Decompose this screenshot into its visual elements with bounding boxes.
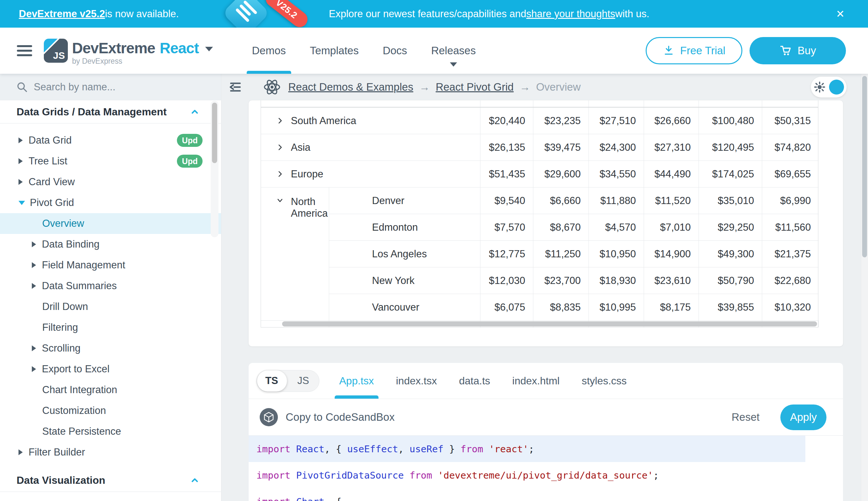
chevron-down-icon[interactable] xyxy=(205,47,213,51)
sidebar-item-data-summaries[interactable]: Data Summaries xyxy=(0,276,221,296)
pivot-cell[interactable]: $51,435 xyxy=(481,161,533,188)
apply-button[interactable]: Apply xyxy=(780,405,826,430)
pivot-cell[interactable]: $44,490 xyxy=(644,161,699,188)
row-header-north-america[interactable]: North America xyxy=(261,188,329,321)
pivot-cell[interactable]: $100,480 xyxy=(699,108,762,134)
pivot-cell[interactable]: $20,440 xyxy=(481,108,533,134)
pivot-cell[interactable]: $7,570 xyxy=(481,214,533,241)
row-header-new-york[interactable]: New York xyxy=(329,267,481,294)
horizontal-scrollbar[interactable] xyxy=(282,321,817,327)
row-header-vancouver[interactable]: Vancouver xyxy=(329,294,481,321)
pivot-cell[interactable]: $8,175 xyxy=(644,294,699,321)
tab-index-html[interactable]: index.html xyxy=(512,363,560,399)
pivot-cell[interactable]: $10,995 xyxy=(589,294,644,321)
tab-styles-css[interactable]: styles.css xyxy=(582,363,627,399)
share-thoughts-link[interactable]: share your thoughts xyxy=(526,8,615,20)
language-option-ts[interactable]: TS xyxy=(257,370,287,392)
pivot-cell[interactable]: $39,855 xyxy=(699,294,762,321)
sidebar-item-customization[interactable]: Customization xyxy=(0,400,221,421)
nav-docs[interactable]: Docs xyxy=(383,28,407,74)
pivot-cell[interactable]: $29,600 xyxy=(533,161,589,188)
sidebar-item-drill-down[interactable]: Drill Down xyxy=(0,296,221,317)
pivot-cell[interactable]: $23,610 xyxy=(644,267,699,294)
pivot-cell[interactable]: $27,310 xyxy=(644,134,699,161)
reset-button[interactable]: Reset xyxy=(732,411,760,423)
pivot-cell[interactable]: $8,670 xyxy=(533,214,589,241)
theme-toggle[interactable] xyxy=(811,77,847,97)
pivot-cell[interactable]: $26,660 xyxy=(644,108,699,134)
pivot-cell[interactable]: $6,075 xyxy=(481,294,533,321)
pivot-cell[interactable]: $39,475 xyxy=(533,134,589,161)
buy-button[interactable]: Buy xyxy=(749,37,846,64)
pivot-cell[interactable]: $49,300 xyxy=(699,241,762,267)
pivot-cell[interactable]: $21,375 xyxy=(762,241,818,267)
row-header-asia[interactable]: Asia xyxy=(261,134,481,161)
section-data-visualization[interactable]: Data Visualization xyxy=(0,469,221,492)
tab-index-tsx[interactable]: index.tsx xyxy=(396,363,437,399)
pivot-cell[interactable]: $50,790 xyxy=(699,267,762,294)
sidebar-item-export-to-excel[interactable]: Export to Excel xyxy=(0,359,221,380)
pivot-cell[interactable]: $27,510 xyxy=(589,108,644,134)
search-input[interactable] xyxy=(34,81,189,93)
sidebar-item-state-persistence[interactable]: State Persistence xyxy=(0,421,221,442)
pivot-cell[interactable]: $23,235 xyxy=(533,108,589,134)
hamburger-menu-icon[interactable] xyxy=(17,43,32,59)
row-header-edmonton[interactable]: Edmonton xyxy=(329,214,481,241)
tab-data-ts[interactable]: data.ts xyxy=(459,363,490,399)
pivot-cell[interactable]: $34,550 xyxy=(589,161,644,188)
breadcrumb-link-pivot-grid[interactable]: React Pivot Grid xyxy=(436,81,514,93)
pivot-cell[interactable]: $9,540 xyxy=(481,188,533,214)
pivot-cell[interactable]: $22,680 xyxy=(762,267,818,294)
nav-templates[interactable]: Templates xyxy=(310,28,359,74)
language-option-js[interactable]: JS xyxy=(287,370,319,392)
code-editor[interactable]: import React, { useEffect, useRef } from… xyxy=(249,436,843,501)
sidebar-item-data-binding[interactable]: Data Binding xyxy=(0,234,221,255)
pivot-cell[interactable]: $18,930 xyxy=(589,267,644,294)
section-data-grids[interactable]: Data Grids / Data Management xyxy=(0,100,221,124)
codesandbox-icon[interactable] xyxy=(260,408,278,426)
pivot-cell[interactable]: $10,950 xyxy=(589,241,644,267)
pivot-cell[interactable]: $11,250 xyxy=(533,241,589,267)
pivot-cell[interactable]: $24,300 xyxy=(589,134,644,161)
version-link[interactable]: DevExtreme v25.2 xyxy=(19,8,105,20)
pivot-cell[interactable]: $6,990 xyxy=(762,188,818,214)
sidebar-item-tree-list[interactable]: Tree ListUpd xyxy=(0,151,221,172)
pivot-cell[interactable]: $11,880 xyxy=(589,188,644,214)
pivot-cell[interactable]: $4,570 xyxy=(589,214,644,241)
pivot-cell[interactable]: $50,315 xyxy=(762,108,818,134)
sidebar-item-chart-integration[interactable]: Chart Integration xyxy=(0,380,221,400)
nav-releases[interactable]: Releases xyxy=(431,28,476,74)
pivot-cell[interactable]: $12,775 xyxy=(481,241,533,267)
copy-to-codesandbox-button[interactable]: Copy to CodeSandBox xyxy=(286,411,395,423)
nav-demos[interactable]: Demos xyxy=(252,28,286,74)
framework-selector[interactable]: React xyxy=(160,39,199,57)
sidebar-item-filtering[interactable]: Filtering xyxy=(0,317,221,338)
row-header-denver[interactable]: Denver xyxy=(329,188,481,214)
sidebar-item-scrolling[interactable]: Scrolling xyxy=(0,338,221,359)
language-toggle[interactable]: TS JS xyxy=(256,370,319,392)
pivot-cell[interactable]: $69,655 xyxy=(762,161,818,188)
pivot-cell[interactable]: $29,250 xyxy=(699,214,762,241)
pivot-cell[interactable]: $10,320 xyxy=(762,294,818,321)
collapse-sidebar-icon[interactable] xyxy=(228,81,242,94)
pivot-cell[interactable]: $7,010 xyxy=(644,214,699,241)
pivot-cell[interactable]: $12,030 xyxy=(481,267,533,294)
sidebar-item-pivot-grid[interactable]: Pivot Grid xyxy=(0,192,221,213)
tab-app-tsx[interactable]: App.tsx xyxy=(339,363,374,399)
breadcrumb-link-demos[interactable]: React Demos & Examples xyxy=(288,81,413,93)
sidebar-item-field-management[interactable]: Field Management xyxy=(0,255,221,276)
sidebar-item-data-grid[interactable]: Data GridUpd xyxy=(0,130,221,151)
row-header-los-angeles[interactable]: Los Angeles xyxy=(329,241,481,267)
sidebar-item-filter-builder[interactable]: Filter Builder xyxy=(0,442,221,463)
pivot-cell[interactable]: $35,010 xyxy=(699,188,762,214)
page-scrollbar[interactable] xyxy=(861,74,868,501)
pivot-cell[interactable]: $26,135 xyxy=(481,134,533,161)
row-header-south-america[interactable]: South America xyxy=(261,108,481,134)
pivot-cell[interactable]: $14,900 xyxy=(644,241,699,267)
pivot-cell[interactable]: $11,560 xyxy=(762,214,818,241)
pivot-cell[interactable]: $23,700 xyxy=(533,267,589,294)
devextreme-logo[interactable]: JS xyxy=(44,39,68,63)
pivot-cell[interactable]: $74,820 xyxy=(762,134,818,161)
pivot-cell[interactable]: $8,835 xyxy=(533,294,589,321)
free-trial-button[interactable]: Free Trial xyxy=(646,37,743,64)
